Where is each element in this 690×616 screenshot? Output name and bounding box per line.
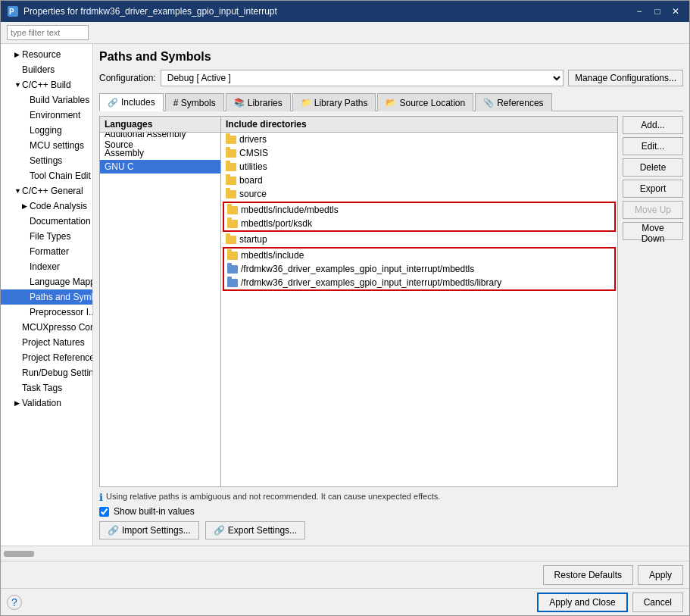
horizontal-scrollbar[interactable] — [1, 546, 689, 561]
sidebar-item-label: MCU settings — [30, 140, 84, 151]
sidebar-item-mcuxpresso-core[interactable]: MCUXpresso Cor... — [1, 320, 92, 335]
sidebar-item-documentation[interactable]: Documentation — [1, 214, 92, 229]
cancel-button[interactable]: Cancel — [632, 593, 683, 612]
arrow-icon: ▼ — [14, 81, 22, 89]
list-item[interactable]: mbedtls/include — [224, 249, 614, 262]
list-item[interactable]: board — [221, 174, 617, 187]
apply-button[interactable]: Apply — [638, 565, 683, 585]
minimize-button[interactable]: − — [632, 5, 647, 18]
restore-defaults-button[interactable]: Restore Defaults — [543, 565, 633, 585]
info-icon: ℹ — [99, 492, 103, 503]
move-up-button[interactable]: Move Up — [623, 201, 683, 219]
list-item[interactable]: utilities — [221, 160, 617, 174]
sidebar-item-task-tags[interactable]: Task Tags — [1, 380, 92, 396]
filter-input[interactable] — [7, 25, 89, 40]
manage-configurations-button[interactable]: Manage Configurations... — [568, 70, 683, 86]
sidebar-item-preprocessor[interactable]: Preprocessor I... — [1, 305, 92, 320]
sidebar-item-label: Tool Chain Edit — [30, 170, 91, 181]
window-controls: − □ ✕ — [632, 5, 683, 18]
sidebar-item-validation[interactable]: ▶ Validation — [1, 396, 92, 411]
sidebar-item-run-debug-settings[interactable]: Run/Debug Settin... — [1, 365, 92, 380]
move-down-button[interactable]: Move Down — [623, 222, 683, 240]
sidebar-item-project-natures[interactable]: Project Natures — [1, 335, 92, 350]
title-bar: P Properties for frdmkw36_driver_example… — [1, 1, 689, 22]
folder-icon — [226, 190, 236, 199]
filter-row — [1, 22, 689, 44]
references-tab-icon: 📎 — [483, 98, 494, 108]
sidebar-item-label: Settings — [30, 155, 62, 166]
delete-button[interactable]: Delete — [623, 158, 683, 177]
tab-symbols[interactable]: # Symbols — [165, 93, 224, 111]
maximize-button[interactable]: □ — [650, 5, 665, 18]
sidebar-item-language-mappings[interactable]: Language Mappings — [1, 274, 92, 289]
sidebar-item-settings[interactable]: Settings — [1, 153, 92, 168]
import-settings-button[interactable]: 🔗 Import Settings... — [99, 521, 199, 539]
lang-item-additional-asm[interactable]: Additional Assembly Source — [100, 133, 220, 146]
sidebar-item-resource[interactable]: ▶ Resource — [1, 47, 92, 62]
sidebar-item-label: C/C++ General — [22, 186, 83, 196]
sidebar-item-logging[interactable]: Logging — [1, 123, 92, 138]
bottom-info: ℹ Using relative paths is ambiguous and … — [99, 492, 683, 503]
sidebar-item-mcu-settings[interactable]: MCU settings — [1, 138, 92, 153]
edit-button[interactable]: Edit... — [623, 137, 683, 155]
list-item[interactable]: mbedtls/include/mbedtls — [224, 203, 614, 217]
list-item[interactable]: drivers — [221, 133, 617, 146]
list-item[interactable]: startup — [221, 233, 617, 246]
list-item[interactable]: /frdmkw36_driver_examples_gpio_input_int… — [224, 276, 614, 289]
sidebar-item-cpp-general[interactable]: ▼ C/C++ General — [1, 183, 92, 199]
folder-icon — [227, 265, 238, 274]
tab-libraries[interactable]: 📚 Libraries — [226, 93, 291, 111]
info-message: Using relative paths is ambiguous and no… — [106, 492, 440, 501]
lang-label: GNU C — [105, 161, 134, 172]
sidebar-item-label: Indexer — [30, 261, 60, 272]
sidebar-item-label: Paths and Symbols — [30, 292, 92, 302]
sidebar-item-builders[interactable]: Builders — [1, 62, 92, 77]
export-button[interactable]: Export — [623, 180, 683, 198]
sidebar-item-environment[interactable]: Environment — [1, 108, 92, 123]
action-buttons: Add... Edit... Delete Export Move Up Mov… — [623, 116, 683, 487]
sidebar-item-project-references[interactable]: Project References — [1, 350, 92, 365]
tab-references[interactable]: 📎 References — [475, 93, 551, 111]
config-select[interactable]: Debug [ Active ] — [161, 70, 564, 86]
folder-icon — [226, 236, 236, 244]
include-path: mbedtls/include/mbedtls — [241, 205, 339, 215]
sidebar-item-formatter[interactable]: Formatter — [1, 244, 92, 259]
sidebar-item-cpp-build[interactable]: ▼ C/C++ Build — [1, 77, 92, 92]
include-group-2: mbedtls/include /frdmkw36_driver_example… — [223, 247, 616, 291]
list-item[interactable]: mbedtls/port/ksdk — [224, 217, 614, 230]
show-builtin-checkbox[interactable] — [99, 507, 109, 517]
close-button[interactable]: ✕ — [668, 5, 683, 18]
show-builtin-row: Show built-in values — [99, 506, 683, 517]
sidebar: ▶ Resource Builders ▼ C/C++ Build Build … — [1, 44, 93, 546]
show-builtin-label: Show built-in values — [114, 506, 195, 517]
sidebar-item-indexer[interactable]: Indexer — [1, 259, 92, 274]
tab-includes[interactable]: 🔗 Includes — [99, 93, 164, 111]
includes-tab-icon: 🔗 — [108, 98, 118, 108]
main-content: ▶ Resource Builders ▼ C/C++ Build Build … — [1, 44, 689, 546]
sidebar-item-paths-and-symbols[interactable]: Paths and Symbols — [1, 289, 92, 305]
export-settings-button[interactable]: 🔗 Export Settings... — [205, 521, 305, 539]
tab-library-paths[interactable]: 📁 Library Paths — [292, 93, 376, 111]
apply-and-close-button[interactable]: Apply and Close — [537, 593, 627, 612]
scroll-thumb[interactable] — [4, 551, 34, 557]
add-button[interactable]: Add... — [623, 116, 683, 134]
list-item[interactable]: /frdmkw36_driver_examples_gpio_input_int… — [224, 262, 614, 276]
folder-icon — [226, 149, 236, 158]
sidebar-item-tool-chain-edit[interactable]: Tool Chain Edit — [1, 168, 92, 183]
list-item[interactable]: source — [221, 187, 617, 201]
list-item[interactable]: CMSIS — [221, 146, 617, 160]
languages-column-header: Languages — [100, 117, 221, 132]
sidebar-item-label: Validation — [22, 398, 61, 408]
right-panel: Paths and Symbols Configuration: Debug [… — [93, 44, 689, 546]
tab-source-location[interactable]: 📂 Source Location — [377, 93, 473, 111]
help-button[interactable]: ? — [7, 595, 22, 610]
sidebar-item-file-types[interactable]: File Types — [1, 229, 92, 244]
sidebar-item-code-analysis[interactable]: ▶ Code Analysis — [1, 199, 92, 214]
sidebar-item-build-variables[interactable]: Build Variables — [1, 92, 92, 108]
sidebar-item-label: Preprocessor I... — [30, 307, 92, 317]
libraries-tab-icon: 📚 — [234, 98, 245, 108]
arrow-icon: ▶ — [14, 399, 22, 407]
lang-item-gnu-c[interactable]: GNU C — [100, 160, 220, 174]
sidebar-item-label: Run/Debug Settin... — [22, 367, 92, 378]
import-icon: 🔗 — [108, 525, 119, 536]
